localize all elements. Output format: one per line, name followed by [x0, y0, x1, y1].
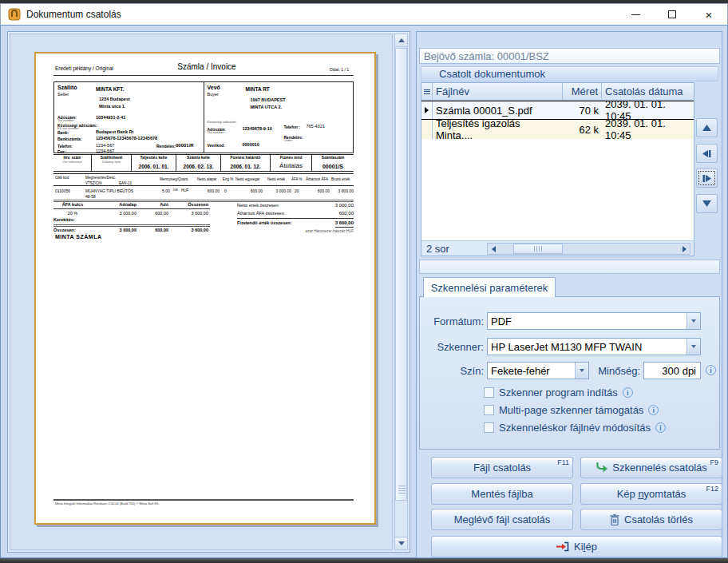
- maximize-button[interactable]: [654, 4, 690, 25]
- invoice-vat-table: ÁFA kulcs Adóalap Adó Összesen 20 % 3 00…: [53, 202, 210, 232]
- column-header-filename[interactable]: Fájlnév: [433, 83, 563, 100]
- start-scanner-program-checkbox[interactable]: [484, 387, 494, 398]
- info-icon[interactable]: i: [648, 405, 659, 415]
- arrow-next-icon: [702, 175, 711, 182]
- rename-on-scan-checkbox[interactable]: [484, 422, 494, 433]
- meta-v-5: Átutalás: [271, 162, 311, 170]
- preview-vertical-scrollbar[interactable]: [394, 34, 408, 550]
- meta-h-4: Fizetési határidő: [221, 156, 270, 160]
- invoice-watermark: MINTA SZÁMLA: [55, 234, 102, 240]
- color-dropdown-button[interactable]: [575, 363, 588, 379]
- meta-v-3: 2006. 02. 13.: [176, 164, 220, 170]
- buyer-code: 0000010: [243, 142, 259, 148]
- table-row[interactable]: Teljesítés igazolás Minta.... 62 k 2039.…: [421, 120, 694, 139]
- scanner-select[interactable]: HP LaserJet M1130 MFP TWAIN: [487, 338, 701, 355]
- exit-button[interactable]: Kilép: [431, 536, 722, 557]
- attached-documents-header: Csatolt dokumentumok: [421, 66, 718, 81]
- scroll-down-icon: [398, 541, 405, 545]
- buyer-phone: 765-4321: [307, 124, 325, 129]
- ih-vat: Áthárított ÁFA: [306, 177, 328, 181]
- meta-h-5: Fizetés mód: [271, 156, 311, 160]
- total-vat-label: Áthárított ÁFA összesen:: [237, 211, 285, 216]
- hscroll-thumb[interactable]: [513, 244, 563, 254]
- scroll-down-button[interactable]: [395, 537, 407, 549]
- window-title: Dokumentum csatolás: [26, 9, 121, 20]
- quality-info-icon[interactable]: i: [706, 365, 716, 375]
- seller-account: 12345678-12345678-12345678: [96, 136, 157, 141]
- total-net-label: Nettó érték összesen:: [237, 203, 279, 208]
- invoice-seller-box: Szállító Seller MINTA KFT. 1234 Budapest…: [54, 82, 204, 153]
- attach-existing-file-label: Meglévő fájl csatolás: [454, 513, 551, 525]
- item-vat: 600.00: [307, 188, 330, 193]
- ih-vat-pct: ÁFA %: [291, 177, 303, 181]
- scroll-thumb[interactable]: [395, 48, 407, 501]
- scanner-value: HP LaserJet M1130 MFP TWAIN: [488, 341, 686, 353]
- attach-file-label: Fájl csatolás: [473, 462, 531, 474]
- attach-existing-file-button[interactable]: Meglévő fájl csatolás: [431, 509, 573, 530]
- quality-input[interactable]: 300 dpi: [643, 362, 701, 379]
- column-header-size[interactable]: Méret: [563, 83, 602, 100]
- color-label: Szín:: [420, 365, 484, 377]
- item-name: MŰANYAG TIPLI BEÜTŐS: [85, 188, 133, 193]
- column-header-date[interactable]: Csatolás dátuma: [602, 83, 694, 100]
- meta-h-2: Teljesítés kelte: [132, 156, 176, 160]
- cell-date: 2039. 01. 01. 10:45: [602, 120, 694, 139]
- color-select[interactable]: Fekete-fehér: [487, 362, 589, 379]
- delete-attachment-label: Csatolás törlés: [624, 513, 693, 525]
- option-row: Szkenneléskor fájlnév módosítás i: [484, 422, 666, 434]
- row-count: 2 sor: [426, 243, 449, 255]
- multipage-scanner-label: Multi-page szkenner támogatás: [499, 404, 643, 416]
- vat-total-1: 3 000,00: [92, 228, 136, 233]
- rename-on-scan-label: Szkenneléskor fájlnév módosítás: [499, 422, 651, 434]
- cell-size: 62 k: [563, 120, 602, 139]
- format-select[interactable]: PDF: [487, 312, 701, 330]
- cell-size: 70 k: [563, 101, 602, 119]
- meta-s-0: Our reference: [53, 161, 91, 165]
- scroll-right-button[interactable]: [679, 244, 690, 254]
- vat-r1-c3: 600,00: [136, 211, 168, 216]
- next-record-button[interactable]: [696, 169, 718, 188]
- invoice-title: Számla / Invoice: [36, 62, 378, 72]
- scan-and-attach-button[interactable]: Szkennelés csatolás F9: [580, 457, 722, 478]
- item-code: 0110056: [55, 188, 70, 193]
- attach-file-button[interactable]: Fájl csatolás F11: [431, 457, 573, 478]
- scan-and-attach-label: Szkennelés csatolás: [612, 462, 707, 474]
- save-to-file-button[interactable]: Mentés fájlba: [431, 483, 573, 505]
- current-row-icon: [425, 107, 429, 113]
- grid-horizontal-scrollbar[interactable]: [487, 243, 690, 255]
- vat-total-2: 600,00: [136, 228, 168, 233]
- scroll-up-button[interactable]: [395, 34, 407, 47]
- multipage-scanner-checkbox[interactable]: [484, 405, 494, 415]
- info-icon[interactable]: i: [623, 387, 633, 398]
- scroll-left-button[interactable]: [488, 244, 499, 254]
- chevron-down-icon: [691, 319, 696, 323]
- option-row: Szkenner program indítás i: [484, 387, 633, 398]
- minimize-button[interactable]: [617, 4, 654, 25]
- info-icon[interactable]: i: [655, 422, 666, 433]
- meta-v-4: 2006. 01. 12.: [221, 164, 270, 170]
- format-label: Formátum:: [420, 315, 484, 327]
- item-net: 3 000.00: [266, 188, 291, 193]
- dialog-body: Eredeti példány / Original Számla / Invo…: [0, 25, 728, 558]
- buyer-code-label: Vevőkód:: [208, 143, 225, 148]
- print-image-label: Kép nyomtatás: [617, 488, 686, 500]
- tab-scan-parameters[interactable]: Szkennelési paraméterek: [423, 277, 556, 297]
- titlebar: Dokumentum csatolás ×: [0, 3, 728, 25]
- close-icon: ×: [706, 9, 713, 21]
- move-down-button[interactable]: [696, 194, 718, 213]
- close-button[interactable]: ×: [690, 4, 727, 25]
- scanner-dropdown-button[interactable]: [686, 339, 700, 355]
- scan-parameters-panel: Formátum: PDF Szkenner: HP LaserJet M113…: [419, 296, 720, 450]
- ih-disc: Eng %: [223, 177, 233, 181]
- move-up-button[interactable]: [696, 118, 718, 137]
- item-unit-price: 600.00: [239, 188, 263, 193]
- delete-attachment-button[interactable]: Csatolás törlés: [580, 509, 722, 530]
- quality-label: Minőség:: [588, 365, 640, 377]
- previous-record-button[interactable]: [696, 144, 718, 163]
- meta-v-6: 00001/S: [312, 164, 354, 170]
- vat-total-label: Összesen:: [53, 228, 92, 233]
- document-preview-panel: Eredeti példány / Original Számla / Invo…: [7, 31, 410, 553]
- format-dropdown-button[interactable]: [686, 313, 700, 329]
- grid-header-gutter[interactable]: [421, 83, 433, 100]
- print-image-button[interactable]: Kép nyomtatás F12: [580, 483, 722, 505]
